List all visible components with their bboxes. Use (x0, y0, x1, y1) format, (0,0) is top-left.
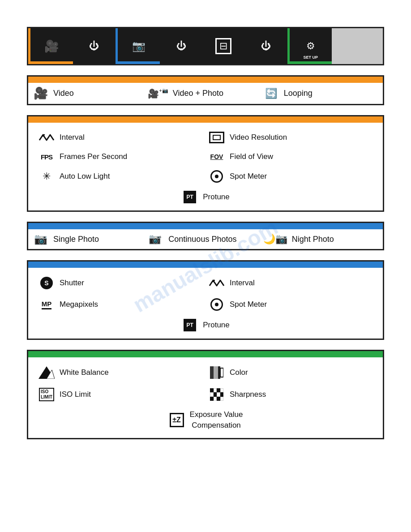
photo-spot-meter-label: Spot Meter (230, 300, 267, 309)
photo-interval-label: Interval (230, 279, 255, 287)
photo-power-button[interactable]: ⏻ (160, 28, 202, 64)
video-mode-panel: 🎥 Video 🎥+📷 Video + Photo 🔄 Looping (27, 75, 384, 105)
protune-settings-grid: White Balance Color (28, 357, 383, 438)
multishot-icon: ⊟ (215, 38, 231, 54)
auto-low-light-setting: ✳ Auto Low Light (35, 167, 206, 186)
svg-rect-8 (214, 366, 216, 379)
video-mode-row: 🎥 Video 🎥+📷 Video + Photo 🔄 Looping (28, 83, 383, 104)
single-photo-icon: 📷 (33, 233, 49, 245)
fps-label: Frames Per Second (60, 152, 127, 161)
video-label: Video (53, 89, 74, 98)
video-settings-content: Interval Video Resolution FPS Frames Per… (28, 123, 383, 210)
multishot-power-button[interactable]: ⏻ (245, 28, 287, 64)
photo-protune-setting: PT Protune (35, 316, 376, 333)
spot-meter-icon (208, 170, 225, 183)
white-balance-label: White Balance (60, 368, 109, 377)
resolution-setting: Video Resolution (206, 128, 376, 147)
protune-accent-bar (28, 351, 383, 357)
protune-settings-panel: White Balance Color (27, 350, 384, 439)
mode-bar: 🎥 ⏻ 📷 ⏻ ⊟ ⏻ ⚙ SET UP (28, 28, 383, 64)
video-mode-button[interactable]: 🎥 (28, 28, 73, 64)
shutter-setting: S Shutter (35, 273, 206, 293)
video-camera-icon: 🎥 (44, 39, 59, 53)
white-balance-icon (38, 366, 55, 379)
protune-label: Protune (203, 193, 230, 202)
shutter-icon: S (38, 277, 55, 289)
photo-accent-bar (28, 223, 383, 229)
video-photo-cell: 🎥+📷 Video + Photo (148, 88, 263, 99)
video-mode-content: 🎥 Video 🎥+📷 Video + Photo 🔄 Looping (28, 83, 383, 104)
fps-setting: FPS Frames Per Second (35, 149, 206, 165)
photo-settings-panel: S Shutter Interval MP Me (27, 260, 384, 340)
video-settings-accent-bar (28, 116, 383, 123)
photo-settings-grid: S Shutter Interval MP Me (28, 268, 383, 339)
resolution-icon (208, 132, 225, 143)
fov-label: Field of View (230, 152, 273, 161)
looping-label: Looping (284, 89, 313, 98)
sharpness-setting: Sharpness (206, 384, 376, 405)
megapixels-icon: MP (38, 300, 55, 309)
photo-protune-icon: PT (181, 319, 198, 331)
iso-setting: ISOLIMIT ISO Limit (35, 384, 206, 405)
video-settings-grid: Interval Video Resolution FPS Frames Per… (28, 123, 383, 210)
continuous-photos-cell: 📷+ Continuous Photos (148, 233, 263, 245)
loop-icon: 🔄 (263, 88, 279, 99)
photo-mode-panel: 📷 Single Photo 📷+ Continuous Photos 🌙📷 N… (27, 222, 384, 250)
fov-icon: FOV (208, 153, 225, 160)
megapixels-setting: MP Megapixels (35, 295, 206, 314)
protune-setting: PT Protune (35, 188, 376, 205)
multishot-mode-button[interactable]: ⊟ (202, 28, 245, 64)
protune-settings-content: White Balance Color (28, 357, 383, 438)
iso-icon: ISOLIMIT (38, 388, 55, 401)
continuous-photos-label: Continuous Photos (168, 235, 236, 244)
mode-spacer (332, 28, 383, 64)
megapixels-label: Megapixels (60, 300, 98, 309)
video-photo-label: Video + Photo (173, 89, 223, 98)
photo-mode-content: 📷 Single Photo 📷+ Continuous Photos 🌙📷 N… (28, 229, 383, 249)
fov-setting: FOV Field of View (206, 149, 376, 165)
color-icon (208, 366, 225, 379)
svg-rect-11 (220, 368, 223, 377)
video-accent-bar (28, 77, 383, 83)
photo-settings-accent-bar (28, 262, 383, 268)
iso-label: ISO Limit (60, 390, 91, 399)
photo-mode-button[interactable]: 📷 (116, 28, 160, 64)
night-photo-label: Night Photo (292, 235, 334, 244)
ev-icon: ±Z (168, 413, 185, 427)
photo-spot-meter-icon (208, 298, 225, 311)
setup-mode-button[interactable]: ⚙ SET UP (287, 28, 332, 64)
spot-meter-setting: Spot Meter (206, 167, 376, 186)
power-icon-3: ⏻ (261, 40, 271, 52)
interval-setting: Interval (35, 128, 206, 147)
mode-selector-panel: 🎥 ⏻ 📷 ⏻ ⊟ ⏻ ⚙ SET UP (27, 27, 384, 65)
fps-icon: FPS (38, 153, 55, 161)
looping-cell: 🔄 Looping (263, 88, 378, 99)
auto-low-light-icon: ✳ (38, 171, 55, 182)
svg-rect-9 (216, 366, 218, 379)
sharpness-label: Sharpness (230, 390, 266, 399)
video-power-button[interactable]: ⏻ (73, 28, 116, 64)
photo-mode-row: 📷 Single Photo 📷+ Continuous Photos 🌙📷 N… (28, 229, 383, 249)
color-label: Color (230, 368, 248, 377)
video-settings-panel: Interval Video Resolution FPS Frames Per… (27, 115, 384, 212)
color-setting: Color (206, 363, 376, 382)
gear-icon: ⚙ (306, 40, 315, 52)
protune-icon: PT (181, 191, 198, 203)
photo-interval-setting: Interval (206, 273, 376, 293)
spot-meter-label: Spot Meter (230, 172, 267, 181)
ev-setting: ±Z Exposure ValueCompensation (35, 407, 376, 433)
interval-label: Interval (60, 133, 85, 142)
photo-protune-label: Protune (203, 321, 230, 330)
photo-settings-content: S Shutter Interval MP Me (28, 268, 383, 339)
interval-icon (38, 132, 55, 143)
ev-label: Exposure ValueCompensation (190, 409, 243, 431)
shutter-label: Shutter (60, 279, 84, 287)
single-photo-cell: 📷 Single Photo (33, 233, 148, 245)
night-photo-cell: 🌙📷 Night Photo (263, 233, 378, 245)
sharpness-icon (208, 388, 225, 401)
night-photo-icon: 🌙📷 (263, 233, 287, 245)
photo-spot-meter-setting: Spot Meter (206, 295, 376, 314)
photo-interval-icon (208, 278, 225, 288)
single-photo-label: Single Photo (53, 235, 99, 244)
camera-icon: 📷 (132, 40, 146, 52)
